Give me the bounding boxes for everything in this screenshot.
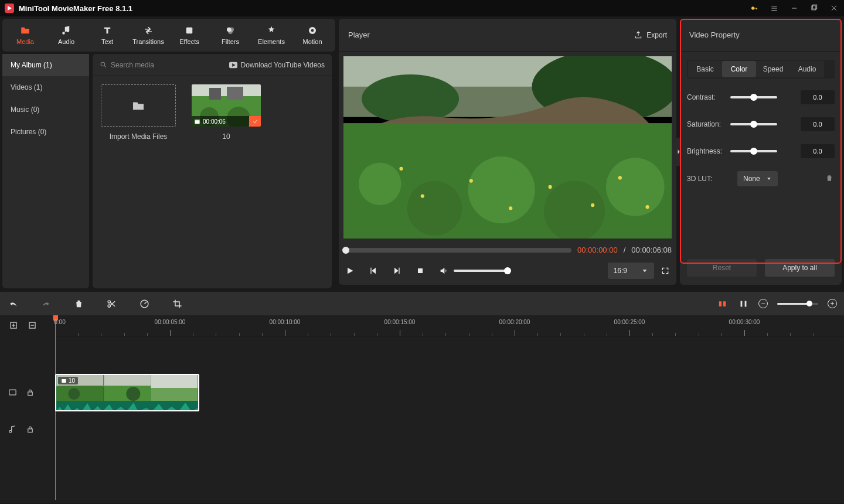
- player-title: Player: [348, 30, 370, 39]
- audio-track: [0, 414, 844, 445]
- scrub-thumb[interactable]: [342, 247, 349, 254]
- export-button[interactable]: Export: [634, 30, 667, 40]
- zoom-slider[interactable]: [777, 303, 818, 305]
- prop-tab-audio[interactable]: Audio: [790, 61, 824, 77]
- svg-marker-36: [678, 149, 680, 154]
- brightness-value[interactable]: 0.0: [801, 144, 835, 158]
- minimize-icon[interactable]: [789, 3, 799, 13]
- svg-point-20: [606, 158, 665, 216]
- svg-marker-0: [8, 6, 12, 11]
- add-track-button[interactable]: [8, 320, 20, 332]
- volume-thumb[interactable]: [504, 267, 511, 274]
- media-area: Search media Download YouTube Videos Imp…: [93, 54, 332, 288]
- media-clip[interactable]: 00:00:06: [192, 84, 261, 127]
- video-preview[interactable]: [343, 56, 672, 239]
- saturation-thumb[interactable]: [750, 121, 757, 128]
- play-button[interactable]: [345, 265, 355, 276]
- clip-badge: 10: [58, 377, 78, 384]
- speed-button[interactable]: [138, 298, 150, 309]
- audio-lane[interactable]: [54, 414, 844, 445]
- video-track-icon[interactable]: [8, 388, 18, 397]
- svg-marker-35: [643, 270, 647, 273]
- svg-rect-48: [195, 119, 199, 120]
- contrast-slider[interactable]: [730, 96, 777, 98]
- tab-text[interactable]: Text: [87, 19, 128, 52]
- svg-rect-58: [9, 390, 16, 395]
- menu-icon[interactable]: [769, 3, 780, 13]
- sidebar-my-album[interactable]: My Album (1): [2, 54, 89, 76]
- apply-to-all-button[interactable]: Apply to all: [765, 259, 835, 277]
- undo-button[interactable]: [7, 298, 19, 309]
- marker-button[interactable]: [716, 298, 728, 309]
- time-ruler[interactable]: 0:00 00:00:05:00 00:00:10:00 00:00:15:00…: [54, 315, 844, 336]
- download-youtube-link[interactable]: Download YouTube Videos: [229, 61, 325, 69]
- svg-rect-33: [399, 268, 399, 274]
- tab-motion[interactable]: Motion: [292, 19, 333, 52]
- prev-frame-button[interactable]: [368, 265, 379, 276]
- remove-track-button[interactable]: [27, 320, 39, 332]
- overlay-lane[interactable]: [54, 336, 844, 372]
- import-media-button[interactable]: [101, 84, 176, 127]
- next-frame-button[interactable]: [392, 265, 402, 276]
- svg-point-1: [751, 7, 754, 10]
- prop-tab-basic[interactable]: Basic: [688, 61, 722, 77]
- audio-track-icon[interactable]: [8, 425, 18, 434]
- volume-icon[interactable]: [438, 265, 449, 276]
- saturation-value[interactable]: 0.0: [801, 117, 835, 131]
- volume-slider[interactable]: [454, 270, 508, 272]
- svg-point-18: [468, 156, 535, 223]
- property-title: Video Property: [680, 19, 842, 52]
- audio-track-lock[interactable]: [26, 425, 35, 434]
- tab-transitions[interactable]: Transitions: [128, 19, 169, 52]
- video-track-lock[interactable]: [26, 388, 35, 397]
- svg-rect-43: [209, 88, 221, 100]
- video-lane[interactable]: 10: [54, 372, 844, 414]
- svg-rect-2: [812, 6, 816, 10]
- saturation-slider[interactable]: [730, 123, 777, 125]
- search-media[interactable]: Search media: [100, 61, 154, 69]
- library-tabs: Media Audio Text Transitions Effects Fil…: [2, 19, 335, 52]
- fullscreen-button[interactable]: [660, 265, 671, 276]
- contrast-thumb[interactable]: [750, 94, 757, 101]
- lut-select[interactable]: None: [737, 171, 778, 186]
- search-media-label: Search media: [111, 61, 154, 69]
- svg-point-8: [228, 30, 233, 35]
- tab-filters[interactable]: Filters: [210, 19, 251, 52]
- maximize-icon[interactable]: [809, 3, 819, 13]
- split-button[interactable]: [106, 298, 117, 309]
- zoom-out-button[interactable]: −: [758, 299, 768, 308]
- delete-button[interactable]: [73, 298, 84, 309]
- scrub-bar[interactable]: [343, 248, 571, 253]
- sidebar-music[interactable]: Music (0): [2, 98, 89, 121]
- svg-point-26: [591, 203, 594, 207]
- magnet-button[interactable]: [737, 298, 749, 309]
- import-media-label: Import Media Files: [110, 132, 168, 141]
- timeline-clip[interactable]: 10: [55, 374, 199, 411]
- tab-audio[interactable]: Audio: [46, 19, 87, 52]
- zoom-thumb[interactable]: [806, 301, 812, 307]
- stop-button[interactable]: [415, 265, 426, 276]
- sidebar-pictures[interactable]: Pictures (0): [2, 121, 89, 143]
- prop-tab-color[interactable]: Color: [722, 61, 756, 77]
- license-key-icon[interactable]: [749, 3, 760, 13]
- redo-button[interactable]: [40, 298, 52, 309]
- lut-delete-button[interactable]: [825, 174, 835, 183]
- collapse-panel-button[interactable]: [674, 138, 683, 166]
- close-icon[interactable]: [829, 3, 839, 13]
- brightness-thumb[interactable]: [750, 148, 757, 155]
- aspect-ratio-select[interactable]: 16:9: [608, 263, 654, 279]
- tab-elements[interactable]: Elements: [251, 19, 292, 52]
- sidebar-videos[interactable]: Videos (1): [2, 76, 89, 98]
- zoom-in-button[interactable]: +: [828, 299, 837, 308]
- crop-button[interactable]: [171, 298, 183, 309]
- brightness-slider[interactable]: [730, 150, 777, 152]
- reset-button[interactable]: Reset: [687, 259, 757, 277]
- video-track: 10: [0, 372, 844, 414]
- svg-rect-34: [418, 268, 423, 273]
- tab-effects[interactable]: Effects: [169, 19, 210, 52]
- prop-tab-speed[interactable]: Speed: [756, 61, 790, 77]
- svg-rect-5: [185, 26, 192, 33]
- contrast-value[interactable]: 0.0: [801, 90, 835, 104]
- svg-marker-37: [767, 178, 771, 180]
- tab-media[interactable]: Media: [5, 19, 46, 52]
